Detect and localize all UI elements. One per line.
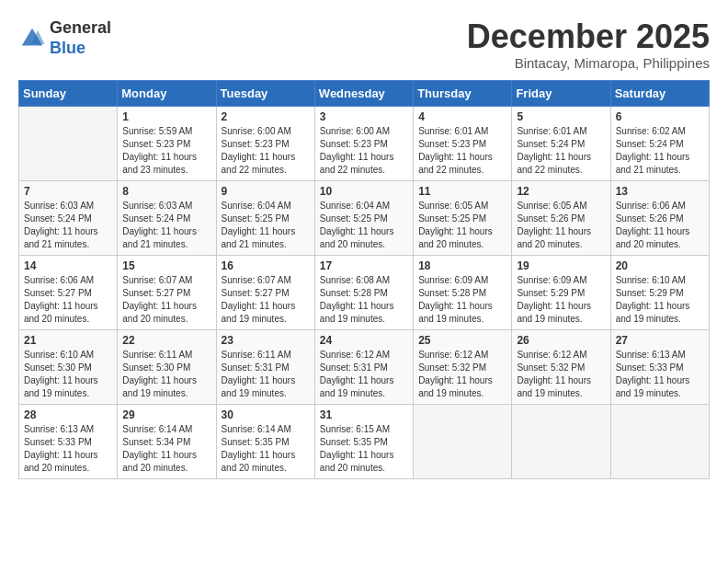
calendar-cell: 21Sunrise: 6:10 AM Sunset: 5:30 PM Dayli… <box>19 329 118 404</box>
day-info: Sunrise: 6:13 AM Sunset: 5:33 PM Dayligh… <box>24 423 112 475</box>
day-number: 6 <box>616 110 704 123</box>
day-info: Sunrise: 6:06 AM Sunset: 5:27 PM Dayligh… <box>24 274 112 326</box>
calendar-cell <box>610 404 709 478</box>
day-info: Sunrise: 6:12 AM Sunset: 5:32 PM Dayligh… <box>418 349 506 400</box>
day-info: Sunrise: 6:13 AM Sunset: 5:33 PM Dayligh… <box>616 349 704 400</box>
month-title: December 2025 <box>467 18 710 55</box>
calendar-cell: 27Sunrise: 6:13 AM Sunset: 5:33 PM Dayli… <box>610 329 709 404</box>
calendar-week-row: 28Sunrise: 6:13 AM Sunset: 5:33 PM Dayli… <box>19 404 710 478</box>
calendar-week-row: 21Sunrise: 6:10 AM Sunset: 5:30 PM Dayli… <box>19 329 710 404</box>
calendar-cell: 30Sunrise: 6:14 AM Sunset: 5:35 PM Dayli… <box>216 404 314 478</box>
day-info: Sunrise: 6:14 AM Sunset: 5:34 PM Dayligh… <box>122 423 210 475</box>
day-info: Sunrise: 6:10 AM Sunset: 5:29 PM Dayligh… <box>616 274 704 326</box>
day-info: Sunrise: 6:04 AM Sunset: 5:25 PM Dayligh… <box>320 200 408 251</box>
day-number: 7 <box>24 185 112 198</box>
calendar-day-header: Wednesday <box>314 80 413 106</box>
day-number: 31 <box>320 408 408 421</box>
day-number: 26 <box>517 334 605 347</box>
day-number: 28 <box>24 408 112 421</box>
calendar-cell: 11Sunrise: 6:05 AM Sunset: 5:25 PM Dayli… <box>414 180 512 255</box>
day-info: Sunrise: 6:14 AM Sunset: 5:35 PM Dayligh… <box>222 423 310 475</box>
day-number: 22 <box>122 334 210 347</box>
day-info: Sunrise: 6:02 AM Sunset: 5:24 PM Dayligh… <box>616 125 704 177</box>
day-number: 5 <box>517 110 605 123</box>
calendar-cell: 4Sunrise: 6:01 AM Sunset: 5:23 PM Daylig… <box>414 106 512 180</box>
day-number: 14 <box>24 259 112 272</box>
calendar-cell: 23Sunrise: 6:11 AM Sunset: 5:31 PM Dayli… <box>216 329 314 404</box>
day-number: 30 <box>222 408 310 421</box>
calendar-cell: 12Sunrise: 6:05 AM Sunset: 5:26 PM Dayli… <box>512 180 610 255</box>
logo-icon <box>18 25 46 52</box>
calendar-cell: 26Sunrise: 6:12 AM Sunset: 5:32 PM Dayli… <box>512 329 610 404</box>
day-number: 10 <box>320 185 408 198</box>
calendar-cell: 25Sunrise: 6:12 AM Sunset: 5:32 PM Dayli… <box>414 329 512 404</box>
day-number: 17 <box>320 259 408 272</box>
day-number: 4 <box>418 110 506 123</box>
calendar-cell: 28Sunrise: 6:13 AM Sunset: 5:33 PM Dayli… <box>19 404 118 478</box>
day-number: 16 <box>222 259 310 272</box>
calendar-header-row: SundayMondayTuesdayWednesdayThursdayFrid… <box>19 80 710 106</box>
calendar-cell: 1Sunrise: 5:59 AM Sunset: 5:23 PM Daylig… <box>118 106 216 180</box>
day-info: Sunrise: 6:15 AM Sunset: 5:35 PM Dayligh… <box>320 423 408 475</box>
day-info: Sunrise: 6:06 AM Sunset: 5:26 PM Dayligh… <box>616 200 704 251</box>
calendar-cell: 20Sunrise: 6:10 AM Sunset: 5:29 PM Dayli… <box>610 255 709 329</box>
calendar-cell: 29Sunrise: 6:14 AM Sunset: 5:34 PM Dayli… <box>118 404 216 478</box>
calendar-day-header: Saturday <box>610 80 709 106</box>
day-number: 13 <box>616 185 704 198</box>
calendar-table: SundayMondayTuesdayWednesdayThursdayFrid… <box>18 80 710 479</box>
day-number: 12 <box>517 185 605 198</box>
calendar-cell: 24Sunrise: 6:12 AM Sunset: 5:31 PM Dayli… <box>314 329 413 404</box>
day-number: 2 <box>222 110 310 123</box>
day-number: 21 <box>24 334 112 347</box>
day-number: 11 <box>418 185 506 198</box>
calendar-cell <box>414 404 512 478</box>
calendar-cell: 18Sunrise: 6:09 AM Sunset: 5:28 PM Dayli… <box>414 255 512 329</box>
calendar-week-row: 1Sunrise: 5:59 AM Sunset: 5:23 PM Daylig… <box>19 106 710 180</box>
day-info: Sunrise: 6:03 AM Sunset: 5:24 PM Dayligh… <box>24 200 112 251</box>
calendar-cell: 10Sunrise: 6:04 AM Sunset: 5:25 PM Dayli… <box>314 180 413 255</box>
day-info: Sunrise: 6:08 AM Sunset: 5:28 PM Dayligh… <box>320 274 408 326</box>
day-info: Sunrise: 6:05 AM Sunset: 5:26 PM Dayligh… <box>517 200 605 251</box>
day-info: Sunrise: 6:03 AM Sunset: 5:24 PM Dayligh… <box>122 200 210 251</box>
calendar-cell: 17Sunrise: 6:08 AM Sunset: 5:28 PM Dayli… <box>314 255 413 329</box>
location-text: Bintacay, Mimaropa, Philippines <box>467 55 710 71</box>
day-info: Sunrise: 6:11 AM Sunset: 5:31 PM Dayligh… <box>222 349 310 400</box>
day-info: Sunrise: 6:12 AM Sunset: 5:31 PM Dayligh… <box>320 349 408 400</box>
calendar-day-header: Sunday <box>19 80 118 106</box>
title-block: December 2025 Bintacay, Mimaropa, Philip… <box>467 18 710 71</box>
logo-text: General Blue <box>50 18 111 58</box>
day-number: 29 <box>122 408 210 421</box>
day-info: Sunrise: 6:00 AM Sunset: 5:23 PM Dayligh… <box>320 125 408 177</box>
day-info: Sunrise: 6:00 AM Sunset: 5:23 PM Dayligh… <box>222 125 310 177</box>
day-info: Sunrise: 6:07 AM Sunset: 5:27 PM Dayligh… <box>222 274 310 326</box>
calendar-cell: 14Sunrise: 6:06 AM Sunset: 5:27 PM Dayli… <box>19 255 118 329</box>
calendar-cell: 5Sunrise: 6:01 AM Sunset: 5:24 PM Daylig… <box>512 106 610 180</box>
calendar-day-header: Monday <box>118 80 216 106</box>
calendar-cell: 16Sunrise: 6:07 AM Sunset: 5:27 PM Dayli… <box>216 255 314 329</box>
calendar-cell: 6Sunrise: 6:02 AM Sunset: 5:24 PM Daylig… <box>610 106 709 180</box>
calendar-cell: 19Sunrise: 6:09 AM Sunset: 5:29 PM Dayli… <box>512 255 610 329</box>
day-info: Sunrise: 6:05 AM Sunset: 5:25 PM Dayligh… <box>418 200 506 251</box>
day-number: 8 <box>122 185 210 198</box>
day-info: Sunrise: 6:10 AM Sunset: 5:30 PM Dayligh… <box>24 349 112 400</box>
day-number: 20 <box>616 259 704 272</box>
day-number: 19 <box>517 259 605 272</box>
calendar-cell: 31Sunrise: 6:15 AM Sunset: 5:35 PM Dayli… <box>314 404 413 478</box>
calendar-day-header: Tuesday <box>216 80 314 106</box>
page-header: General Blue December 2025 Bintacay, Mim… <box>18 18 710 71</box>
calendar-day-header: Friday <box>512 80 610 106</box>
logo-general-text: General <box>50 18 111 37</box>
day-info: Sunrise: 6:11 AM Sunset: 5:30 PM Dayligh… <box>122 349 210 400</box>
day-number: 25 <box>418 334 506 347</box>
logo: General Blue <box>18 18 111 58</box>
calendar-cell: 9Sunrise: 6:04 AM Sunset: 5:25 PM Daylig… <box>216 180 314 255</box>
calendar-cell: 7Sunrise: 6:03 AM Sunset: 5:24 PM Daylig… <box>19 180 118 255</box>
day-number: 24 <box>320 334 408 347</box>
day-info: Sunrise: 6:01 AM Sunset: 5:23 PM Dayligh… <box>418 125 506 177</box>
day-number: 9 <box>222 185 310 198</box>
day-info: Sunrise: 6:04 AM Sunset: 5:25 PM Dayligh… <box>222 200 310 251</box>
calendar-cell <box>512 404 610 478</box>
calendar-cell: 22Sunrise: 6:11 AM Sunset: 5:30 PM Dayli… <box>118 329 216 404</box>
day-number: 1 <box>122 110 210 123</box>
day-number: 3 <box>320 110 408 123</box>
